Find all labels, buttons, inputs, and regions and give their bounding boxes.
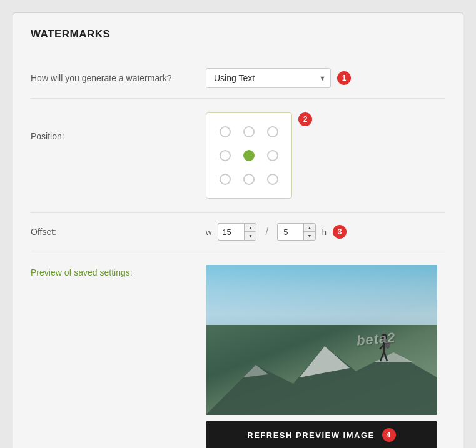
offset-controls: w ▲ ▼ / ▲ ▼ h 3 <box>206 223 445 241</box>
watermark-type-select[interactable]: Using Text Using Image <box>206 68 331 88</box>
divider-slash: / <box>265 226 268 237</box>
h-label: h <box>322 227 327 237</box>
badge-1: 1 <box>337 71 351 85</box>
offset-row: Offset: w ▲ ▼ / ▲ ▼ h 3 <box>31 213 445 251</box>
w-spinners: ▲ ▼ <box>244 223 256 241</box>
badge-2: 2 <box>298 112 312 126</box>
refresh-preview-button[interactable]: REFRESH PREVIEW IMAGE 4 <box>206 421 437 448</box>
preview-image-wrapper: beta2 REFRESH PREVIEW IMAGE 4 <box>206 265 445 448</box>
h-spinners: ▲ ▼ <box>303 223 316 241</box>
w-input[interactable] <box>218 223 244 241</box>
radio-dot-1-1-selected[interactable] <box>243 150 255 161</box>
preview-image: beta2 <box>206 265 437 415</box>
badge-4: 4 <box>382 428 396 442</box>
badge-3: 3 <box>333 225 347 239</box>
h-input-wrapper: ▲ ▼ <box>277 223 316 241</box>
generate-dropdown-wrapper: Using Text Using Image ▼ <box>206 68 331 88</box>
svg-line-9 <box>384 352 387 361</box>
w-spin-up[interactable]: ▲ <box>245 224 256 232</box>
h-spin-down[interactable]: ▼ <box>304 232 315 240</box>
position-cell-2-0[interactable] <box>214 168 236 191</box>
watermarks-panel: WATERMARKS How will you generate a water… <box>13 12 463 448</box>
generate-controls: Using Text Using Image ▼ 1 <box>206 68 445 88</box>
position-label: Position: <box>31 112 206 141</box>
radio-dot-2-0[interactable] <box>220 174 231 185</box>
svg-line-8 <box>380 352 384 361</box>
generate-row: How will you generate a watermark? Using… <box>31 58 445 99</box>
w-input-wrapper: ▲ ▼ <box>218 223 256 241</box>
refresh-button-label: REFRESH PREVIEW IMAGE <box>247 431 374 440</box>
generate-label: How will you generate a watermark? <box>31 73 206 83</box>
position-cell-0-0[interactable] <box>214 121 236 143</box>
page-title: WATERMARKS <box>31 28 445 41</box>
offset-label: Offset: <box>31 227 206 237</box>
radio-dot-1-0[interactable] <box>220 150 231 161</box>
position-controls: 2 <box>206 112 445 199</box>
position-cell-2-2[interactable] <box>261 168 284 191</box>
position-cell-1-1[interactable] <box>238 144 260 167</box>
radio-dot-2-1[interactable] <box>243 174 255 185</box>
w-label: w <box>206 227 211 237</box>
preview-label: Preview of saved settings: <box>31 265 206 277</box>
preview-watermark-text: beta2 <box>356 329 397 349</box>
w-spin-down[interactable]: ▼ <box>245 232 256 240</box>
position-cell-1-0[interactable] <box>214 144 236 167</box>
radio-dot-0-2[interactable] <box>267 126 278 137</box>
radio-dot-0-0[interactable] <box>220 126 231 137</box>
position-row: Position: <box>31 99 445 213</box>
radio-dot-0-1[interactable] <box>243 126 255 137</box>
position-grid <box>206 112 292 199</box>
preview-row: Preview of saved settings: <box>31 251 445 448</box>
radio-dot-2-2[interactable] <box>267 174 278 185</box>
h-input[interactable] <box>277 223 303 241</box>
position-cell-0-2[interactable] <box>261 121 284 143</box>
h-spin-up[interactable]: ▲ <box>304 224 315 232</box>
position-cell-2-1[interactable] <box>238 168 260 191</box>
position-cell-1-2[interactable] <box>261 144 284 167</box>
radio-dot-1-2[interactable] <box>267 150 278 161</box>
position-cell-0-1[interactable] <box>238 121 260 143</box>
